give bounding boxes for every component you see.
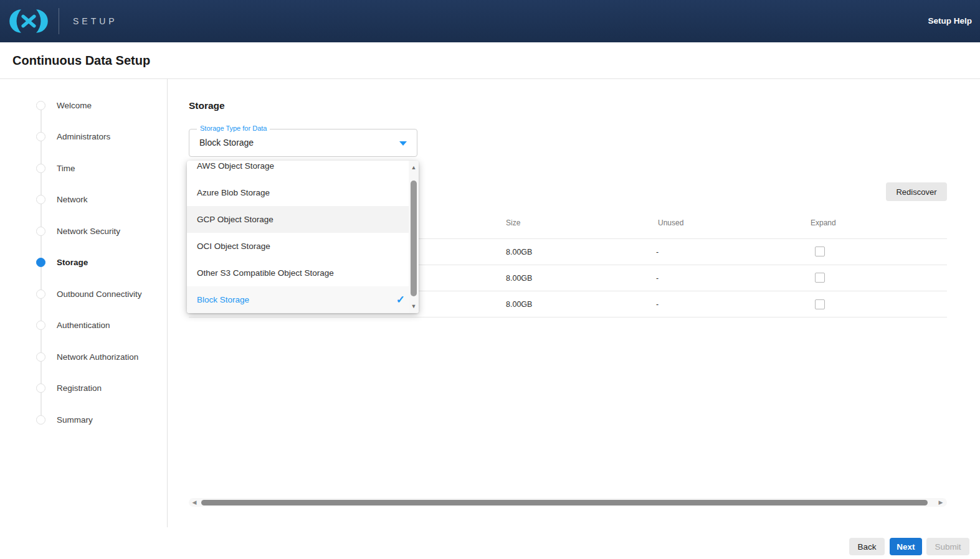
- step-label: Outbound Connectivity: [57, 289, 142, 299]
- sidebar-divider: [167, 79, 168, 527]
- step-label: Administrators: [57, 132, 110, 141]
- back-button[interactable]: Back: [849, 538, 885, 555]
- sidebar-item-network-authorization[interactable]: Network Authorization: [36, 352, 138, 362]
- dropdown-option-list: AWS Object Storage Azure Blob Storage GC…: [187, 161, 419, 313]
- sidebar-item-authentication[interactable]: Authentication: [36, 321, 110, 331]
- horizontal-scrollbar-track[interactable]: ◀ ▶: [189, 498, 947, 507]
- sidebar-item-registration[interactable]: Registration: [36, 383, 102, 393]
- section-title: Storage: [189, 100, 225, 111]
- step-circle-icon: [36, 195, 45, 204]
- storage-type-select[interactable]: Storage Type for Data Block Storage: [189, 129, 417, 157]
- setup-app: SETUP Setup Help Continuous Data Setup W…: [0, 0, 980, 559]
- step-circle-icon: [36, 415, 45, 425]
- page-header: Continuous Data Setup: [0, 42, 980, 79]
- sidebar-item-storage[interactable]: Storage: [36, 258, 88, 268]
- sidebar-item-network[interactable]: Network: [36, 195, 88, 205]
- rediscover-button[interactable]: Rediscover: [886, 182, 947, 201]
- scroll-down-icon[interactable]: ▼: [409, 302, 419, 311]
- submit-button[interactable]: Submit: [926, 538, 969, 555]
- expand-checkbox[interactable]: [815, 299, 825, 309]
- brand-divider: [59, 8, 59, 34]
- step-circle-active-icon: [36, 258, 45, 267]
- option-block-storage[interactable]: Block Storage ✓: [187, 286, 419, 313]
- step-label: Network Security: [57, 227, 120, 236]
- step-circle-icon: [36, 321, 45, 330]
- sidebar-item-time[interactable]: Time: [36, 163, 75, 173]
- size-cell: 8.00GB: [506, 300, 532, 309]
- step-circle-icon: [36, 289, 45, 299]
- brand-setup-label: SETUP: [73, 16, 118, 26]
- check-icon: ✓: [396, 293, 405, 306]
- column-header-unused: Unused: [658, 218, 683, 227]
- step-circle-icon: [36, 383, 45, 393]
- dropdown-scrollbar-thumb[interactable]: [411, 181, 417, 296]
- page-title: Continuous Data Setup: [12, 42, 150, 79]
- scroll-left-icon[interactable]: ◀: [190, 498, 199, 507]
- size-cell: 8.00GB: [506, 248, 532, 256]
- sidebar-item-administrators[interactable]: Administrators: [36, 132, 110, 142]
- step-label: Time: [57, 164, 75, 173]
- select-value: Block Storage: [199, 129, 254, 156]
- sidebar-item-network-security[interactable]: Network Security: [36, 226, 120, 236]
- size-cell: 8.00GB: [506, 274, 532, 283]
- column-header-size: Size: [506, 218, 520, 227]
- option-gcp-object-storage[interactable]: GCP Object Storage: [187, 206, 419, 233]
- step-label: Authentication: [57, 321, 110, 330]
- storage-type-dropdown-menu: AWS Object Storage Azure Blob Storage GC…: [187, 161, 419, 313]
- table-divider: [189, 317, 947, 317]
- step-circle-icon: [36, 101, 45, 110]
- next-button[interactable]: Next: [890, 538, 922, 555]
- step-label: Network: [57, 195, 88, 204]
- sidebar-item-summary[interactable]: Summary: [36, 415, 93, 425]
- step-circle-icon: [36, 227, 45, 236]
- option-oci-object-storage[interactable]: OCI Object Storage: [187, 233, 419, 260]
- unused-cell: -: [656, 248, 659, 256]
- option-aws-object-storage[interactable]: AWS Object Storage: [187, 161, 419, 179]
- option-label: Block Storage: [197, 295, 249, 304]
- option-other-s3-compatible[interactable]: Other S3 Compatible Object Storage: [187, 260, 419, 286]
- unused-cell: -: [656, 274, 659, 283]
- step-label: Storage: [57, 258, 88, 267]
- delphix-logo-icon: [6, 7, 51, 35]
- step-label: Registration: [57, 383, 102, 393]
- horizontal-scrollbar-thumb[interactable]: [201, 500, 928, 505]
- option-azure-blob-storage[interactable]: Azure Blob Storage: [187, 179, 419, 206]
- step-label: Network Authorization: [57, 352, 138, 362]
- expand-checkbox[interactable]: [815, 247, 825, 256]
- step-circle-icon: [36, 164, 45, 173]
- unused-cell: -: [656, 300, 659, 309]
- column-header-expand: Expand: [811, 218, 836, 227]
- expand-checkbox[interactable]: [815, 273, 825, 283]
- sidebar-item-outbound-connectivity[interactable]: Outbound Connectivity: [36, 289, 142, 299]
- top-bar: SETUP Setup Help: [0, 0, 980, 42]
- step-circle-icon: [36, 132, 45, 141]
- sidebar-item-welcome[interactable]: Welcome: [36, 100, 92, 110]
- caret-down-icon[interactable]: [399, 141, 407, 146]
- step-circle-icon: [36, 352, 45, 362]
- step-label: Welcome: [57, 101, 92, 110]
- scroll-up-icon[interactable]: ▲: [409, 163, 419, 172]
- step-label: Summary: [57, 415, 93, 425]
- setup-help-link[interactable]: Setup Help: [928, 16, 972, 26]
- dropdown-scrollbar-track[interactable]: ▲ ▼: [409, 161, 419, 313]
- scroll-right-icon[interactable]: ▶: [936, 498, 945, 507]
